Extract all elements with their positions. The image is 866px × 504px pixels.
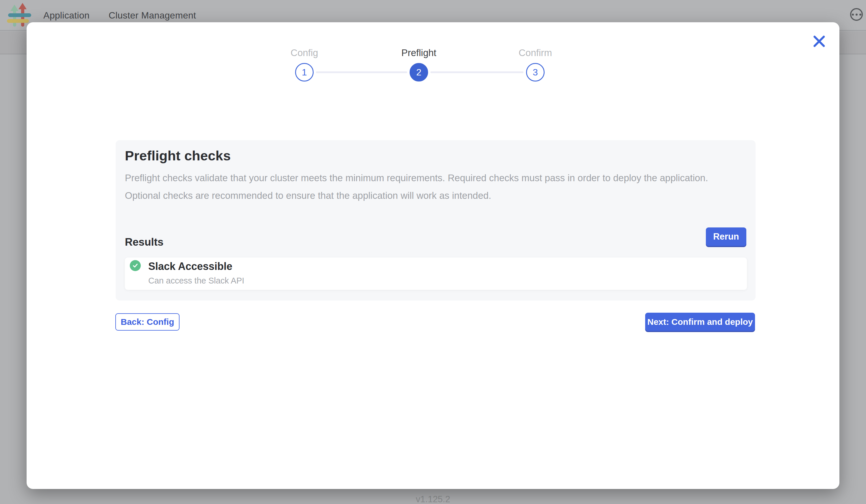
preflight-panel: Preflight checks Preflight checks valida… bbox=[115, 140, 756, 301]
check-circle-icon bbox=[130, 260, 141, 271]
dot bbox=[859, 14, 862, 15]
rerun-button[interactable]: Rerun bbox=[706, 227, 746, 246]
step-circle-3[interactable]: 3 bbox=[526, 63, 545, 81]
step-config: Config 1 bbox=[258, 47, 351, 81]
step-circle-2[interactable]: 2 bbox=[410, 63, 428, 81]
preflight-wizard-modal: Config 1 Preflight 2 Confirm 3 Preflight… bbox=[26, 22, 840, 489]
step-label: Config bbox=[258, 47, 351, 59]
step-circle-1[interactable]: 1 bbox=[295, 63, 314, 81]
nav-item-application[interactable]: Application bbox=[43, 10, 90, 21]
result-title: Slack Accessible bbox=[148, 260, 232, 272]
panel-description: Preflight checks validate that your clus… bbox=[125, 169, 741, 204]
dot bbox=[852, 14, 854, 15]
step-label: Confirm bbox=[489, 47, 581, 59]
app-version: v1.125.2 bbox=[0, 494, 866, 504]
back-button[interactable]: Back: Config bbox=[115, 313, 179, 331]
step-preflight: Preflight 2 bbox=[373, 47, 465, 81]
next-button[interactable]: Next: Confirm and deploy bbox=[645, 313, 755, 331]
screen: Application Cluster Management v1.125.2 … bbox=[0, 0, 866, 504]
preflight-result-item: Slack Accessible Can access the Slack AP… bbox=[125, 257, 747, 290]
result-description: Can access the Slack API bbox=[148, 276, 244, 285]
ellipsis-menu-icon[interactable] bbox=[850, 8, 863, 21]
close-icon[interactable] bbox=[812, 34, 827, 49]
panel-title: Preflight checks bbox=[125, 148, 231, 164]
nav-item-cluster-management[interactable]: Cluster Management bbox=[109, 10, 196, 21]
step-confirm: Confirm 3 bbox=[489, 47, 581, 81]
results-heading: Results bbox=[125, 236, 164, 248]
dot bbox=[856, 14, 858, 15]
step-label: Preflight bbox=[373, 47, 465, 59]
